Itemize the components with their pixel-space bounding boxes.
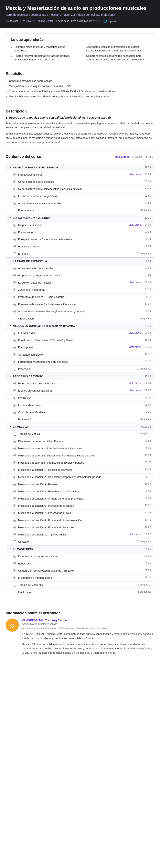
accordion-header[interactable]: ▼ EL MASTERING 31:25 xyxy=(6,546,154,553)
item-label: Aplicando los primeros efectos (Reverber… xyxy=(18,310,143,313)
play-icon xyxy=(13,440,16,443)
item-label: Mezclando la canción 9 - Procesando las … xyxy=(18,526,143,529)
list-item: Plug Ins básicos necesarios: Ecualizador… xyxy=(6,94,154,99)
item-label: Las reverberaciones xyxy=(18,403,143,407)
accordion-item: Organización 5 preguntas xyxy=(6,315,154,322)
accordion-header[interactable]: ▼ LA MEZCLA 02:21:38 xyxy=(6,423,154,430)
item-label: Premezcla de niveles 2 - Instrumentación… xyxy=(18,303,143,306)
document-icon xyxy=(13,583,16,587)
item-label: Organización xyxy=(18,317,136,320)
item-label: Mezclando la batería 3 - Premezcla de ni… xyxy=(18,461,143,465)
document-icon xyxy=(13,209,16,212)
item-duration: 04:30 xyxy=(145,396,151,399)
item-label: Mezclando la canción 10 - Ajustes finale… xyxy=(18,533,127,536)
accordion-header[interactable]: ▼ MEZCLA EN CONTEXTO Frecuencia Vs Dinám… xyxy=(6,322,154,330)
chevron-down-icon: ▼ xyxy=(9,325,11,327)
item-label: Mezclando la canción 2 - Selección y pre… xyxy=(18,475,143,479)
learn-item: ✓Podrás resolver problemas de falta de c… xyxy=(11,54,78,61)
accordion-header[interactable]: ▼ ESPACIALIDAD Y AMBIENCIA 12:16 xyxy=(6,214,154,221)
accordion-section: ▼ MEZCLA EN CONTEXTO Frecuencia Vs Dinám… xyxy=(6,322,154,373)
preview-link[interactable]: Vista previa xyxy=(129,346,141,348)
accordion-item: Diferentes maneras de utilizar Plugins 0… xyxy=(6,438,154,445)
item-duration: 05:14 xyxy=(145,310,151,313)
play-icon xyxy=(13,274,16,277)
instructor-avatar: C xyxy=(6,619,19,631)
play-icon xyxy=(13,404,16,407)
preview-link[interactable]: Vista previa xyxy=(129,281,141,284)
accordion-item: Planos sonoros 02:03 xyxy=(6,229,154,236)
course-content-section: Contenido del curso Ampliar todo 44 clas… xyxy=(6,155,154,596)
item-label: Fundamentos xyxy=(18,209,135,212)
chevron-down-icon: ▼ xyxy=(9,548,11,550)
section-title: ASPECTOS BÁSICOS NECESARIOS xyxy=(13,166,143,169)
expand-all-link[interactable]: Ampliar todo xyxy=(115,156,130,158)
item-duration: 02:59 xyxy=(145,439,151,442)
learn-title: Lo que aprenderás xyxy=(11,37,149,42)
item-duration: 02:18 xyxy=(145,281,151,284)
star-icon: ★ xyxy=(22,627,24,630)
play-icon xyxy=(13,353,16,356)
accordion-item: Controles modificables 03:35 xyxy=(6,409,154,416)
item-duration: 14:05 xyxy=(145,468,151,471)
accordion-item: Mezclando la canción 7 - Procesando el b… xyxy=(6,509,154,517)
preview-link[interactable]: Vista previa xyxy=(129,382,141,384)
item-label: Mezclando la canción 5 - Análisis genera… xyxy=(18,497,143,501)
main-content: Lo que aprenderás ✓Lograrás mezclas clar… xyxy=(0,28,160,662)
item-duration: 5 preguntas xyxy=(138,590,151,593)
instructor-section-title: Información sobre el Instructor xyxy=(6,611,154,615)
accordion-item: Las reverberaciones 06:00 xyxy=(6,402,154,409)
item-label: Mezclando la canción 3 - Paneos xyxy=(18,483,143,486)
item-duration: 12:49 xyxy=(145,187,151,190)
accordion-item: Trabajo de Mezcla 5 preguntas xyxy=(6,430,154,437)
item-duration: 07:24 xyxy=(145,274,151,277)
accordion-item: Un poco de historia Vista previa 04:10 xyxy=(6,221,154,229)
accordion-item: Aplicando los primeros efectos (Reverber… xyxy=(6,308,154,315)
item-label: Mezclando la batería 2 - Procesando con … xyxy=(18,454,143,458)
accordion-item: Contexto 10 preguntas xyxy=(6,538,154,545)
check-icon: ✓ xyxy=(83,54,85,58)
preview-link[interactable]: Vista previa xyxy=(129,331,141,334)
accordion-item: El espacio sonoro - Dimensiones de la me… xyxy=(6,236,154,243)
play-icon xyxy=(13,411,16,414)
accordion-item: Ecualización 09:45 xyxy=(6,560,154,567)
date-info: Fecha de la última actualización: 2/2018 xyxy=(56,20,100,23)
play-icon xyxy=(13,533,16,536)
item-label: El compresor xyxy=(18,346,127,349)
accordion-item: Premezcla de niveles 1 - Bajo y batería … xyxy=(6,293,154,301)
creator-name[interactable]: CLAVEDIGITAL Training Center xyxy=(18,20,53,23)
item-label: Ruteo de señal - Serie y Paralelo xyxy=(18,382,127,385)
item-duration: 00:54 xyxy=(145,382,151,384)
play-icon xyxy=(13,267,16,270)
accordion-header[interactable]: ▼ ASPECTOS BÁSICOS NECESARIOS 29:59 xyxy=(6,164,154,171)
preview-link[interactable]: Vista previa xyxy=(129,389,141,392)
preview-link[interactable]: Vista previa xyxy=(129,223,141,226)
item-duration: 04:10 xyxy=(145,223,151,226)
instructor-name[interactable]: CLAVEDIGITAL Training Center xyxy=(22,619,154,622)
item-duration: 10:22 xyxy=(145,483,151,486)
item-duration: 09:22 xyxy=(145,533,151,536)
item-label: Los Delays xyxy=(18,396,143,400)
accordion-item: Excitadores e Imagen stereo 09:13 xyxy=(6,574,154,581)
item-duration: 13:50 xyxy=(145,454,151,457)
accordion-section: ▼ ASPECTOS BÁSICOS NECESARIOS 29:59 Intr… xyxy=(6,164,154,214)
chevron-down-icon: ▼ xyxy=(9,426,11,428)
item-label: Generalidades sobre el sonido xyxy=(18,180,143,184)
preview-link[interactable]: Vista previa xyxy=(129,533,141,536)
language-badge: 🌐 Español xyxy=(103,20,116,23)
item-label: Efectos en canales auxiliares xyxy=(18,389,127,393)
section-duration: 12:16 xyxy=(145,216,151,219)
item-label: Enfoque xyxy=(18,252,136,256)
item-duration: 10:42 xyxy=(145,353,151,356)
item-duration: 10:02 xyxy=(145,526,151,529)
item-duration: 03:47 xyxy=(145,461,151,464)
preview-link[interactable]: Vista previa xyxy=(129,173,141,176)
instructor-info: CLAVEDIGITAL Training Center Academia de… xyxy=(22,619,154,656)
accordion-header[interactable]: ▼ LA ETAPA DE PREMEZCLA 38:38 xyxy=(6,258,154,265)
courses-stat: 4 cursos xyxy=(97,627,107,630)
instructor-bio: En CLAVEDIGITAL Training Center comparti… xyxy=(22,632,154,655)
item-label: La edición antes de mezclar xyxy=(18,281,127,285)
course-content-title: Contenido del curso xyxy=(6,155,41,159)
play-icon xyxy=(13,447,16,450)
accordion-header[interactable]: ▼ PROCESOS DE TIEMPO 17:05 xyxy=(6,373,154,380)
item-duration: 20:02 xyxy=(145,504,151,507)
